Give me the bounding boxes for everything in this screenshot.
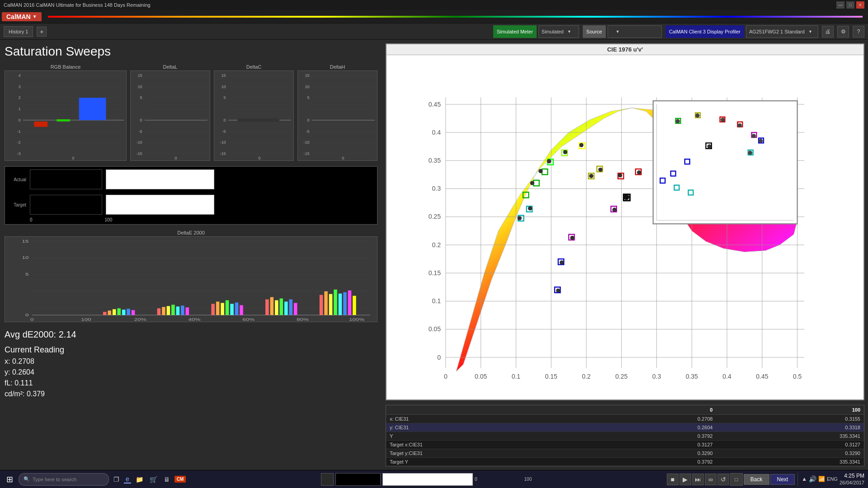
nav-next-button[interactable]: ⏭: [692, 474, 704, 485]
next-button[interactable]: Next: [770, 474, 795, 485]
svg-text:1: 1: [19, 107, 21, 111]
svg-text:0: 0: [437, 354, 441, 361]
svg-rect-87: [103, 312, 106, 315]
svg-text:5: 5: [307, 96, 310, 100]
svg-rect-116: [324, 291, 327, 315]
ie-icon[interactable]: e: [124, 475, 131, 483]
store-icon[interactable]: 🛒: [148, 476, 159, 483]
calman-taskbar-icon[interactable]: CM: [175, 476, 186, 483]
add-tab-button[interactable]: +: [37, 27, 47, 37]
svg-text:-15: -15: [220, 151, 226, 156]
svg-rect-119: [339, 294, 342, 315]
x-value: x: 0.2708: [5, 356, 377, 367]
cie-chart-title: CIE 1976 u'v': [387, 44, 863, 55]
svg-rect-109: [270, 297, 274, 315]
svg-text:0.4: 0.4: [432, 129, 441, 136]
delta-l-container: DeltaL 15 10 5 0: [130, 64, 210, 161]
source-section: Source ▼: [583, 25, 662, 38]
cd-value: cd/m²: 0.379: [5, 389, 377, 399]
deltae-label: DeltaE 2000: [5, 230, 377, 235]
source-dropdown[interactable]: ▼: [608, 25, 662, 38]
deltae-chart: 15 10 5 0 0 100 20% 40% 60% 80% 100%: [5, 236, 377, 322]
nav-loop-button[interactable]: ∞: [705, 474, 717, 485]
nav-play-button[interactable]: ▶: [679, 474, 691, 485]
svg-rect-118: [334, 290, 337, 315]
svg-rect-117: [329, 294, 332, 315]
nav-refresh-button[interactable]: ↺: [717, 474, 729, 485]
windows-start-button[interactable]: ⊞: [4, 474, 16, 484]
help-button[interactable]: ?: [853, 26, 864, 38]
swatch-x-label-0: 0: [30, 217, 33, 222]
target-swatch-row: Target: [5, 192, 377, 217]
svg-text:-5: -5: [139, 129, 142, 134]
svg-text:-15: -15: [303, 151, 309, 156]
svg-rect-103: [221, 303, 224, 315]
svg-point-175: [618, 173, 622, 177]
svg-rect-97: [171, 305, 175, 315]
swatch-x-labels: 0 100: [5, 217, 377, 224]
svg-rect-121: [348, 291, 351, 315]
svg-point-218: [737, 123, 741, 127]
svg-text:0.1: 0.1: [432, 297, 441, 305]
profiler-label: CalMAN Client 3 Display Profiler: [665, 25, 744, 38]
svg-rect-120: [343, 292, 346, 315]
current-reading-label: Current Reading: [5, 344, 377, 356]
mini-swatch-row: [321, 473, 334, 486]
svg-rect-165: [542, 169, 547, 174]
logo-dropdown-arrow[interactable]: ▼: [33, 14, 37, 19]
svg-text:0.05: 0.05: [429, 325, 441, 333]
target-white-swatch: [106, 195, 214, 215]
sound-icon[interactable]: 🔊: [809, 475, 816, 483]
task-view-button[interactable]: ❐: [112, 476, 121, 483]
svg-text:5: 5: [140, 96, 142, 100]
data-table: 0 100 x: CIE31 0.2708 0.3155 y: CIE31 0.…: [386, 405, 864, 466]
search-bar[interactable]: 🔍 Type here to search: [19, 473, 109, 486]
source-label: Source: [583, 25, 606, 38]
svg-text:0: 0: [72, 156, 74, 160]
svg-text:0: 0: [258, 156, 260, 160]
svg-point-219: [752, 134, 756, 138]
delta-c-container: DeltaC 15 10 5 0: [214, 64, 294, 161]
maximize-button[interactable]: □: [846, 1, 854, 9]
svg-text:0: 0: [30, 317, 33, 321]
simulated-meter-dropdown[interactable]: Simulated ▼: [538, 25, 579, 38]
minimize-button[interactable]: —: [836, 1, 844, 9]
settings-button[interactable]: ⚙: [837, 26, 849, 38]
history-tab[interactable]: History 1: [4, 26, 33, 37]
table-row: Target x:CIE31 0.3127 0.3127: [386, 441, 864, 449]
svg-rect-106: [235, 302, 238, 315]
arrow-up-icon[interactable]: ▲: [802, 476, 807, 482]
svg-text:-10: -10: [220, 141, 226, 145]
swatch-x-label-100: 100: [105, 217, 113, 222]
clock: 4:25 PM 26/04/2017: [840, 473, 864, 486]
task3-icon[interactable]: 🖥: [162, 476, 172, 483]
svg-text:-15: -15: [136, 151, 142, 156]
target-label: Target: [5, 202, 30, 207]
back-button[interactable]: Back: [744, 474, 769, 485]
delta-l-chart: 15 10 5 0 -5 -10 -15 0: [130, 70, 210, 161]
search-placeholder: Type here to search: [33, 477, 76, 482]
close-button[interactable]: ✕: [856, 1, 864, 9]
svg-point-197: [579, 143, 583, 147]
profiler-dropdown[interactable]: AG251FWG2 1 Standard ▼: [746, 25, 818, 38]
table-header-row: 0 100: [386, 405, 864, 415]
nav-square-button[interactable]: □: [730, 473, 743, 486]
svg-rect-112: [284, 301, 288, 315]
target-black-swatch: [30, 195, 102, 215]
actual-label: Actual: [5, 177, 30, 182]
svg-point-221: [748, 151, 752, 155]
svg-rect-101: [211, 304, 214, 315]
svg-rect-105: [230, 304, 233, 315]
window-controls[interactable]: — □ ✕: [836, 1, 864, 9]
svg-text:100: 100: [81, 317, 91, 321]
nav-record-button[interactable]: ■: [667, 474, 679, 485]
network-icon[interactable]: 📶: [818, 476, 825, 482]
print-button[interactable]: 🖨: [822, 26, 834, 38]
svg-text:3: 3: [19, 84, 21, 89]
mini-black-swatch: [321, 473, 334, 486]
folder-icon[interactable]: 📁: [134, 476, 145, 483]
charts-row: RGB Balance 4 3: [5, 64, 377, 161]
svg-text:0: 0: [175, 156, 177, 160]
svg-rect-99: [181, 305, 184, 315]
calman-logo[interactable]: CalMAN ▼: [2, 12, 42, 21]
